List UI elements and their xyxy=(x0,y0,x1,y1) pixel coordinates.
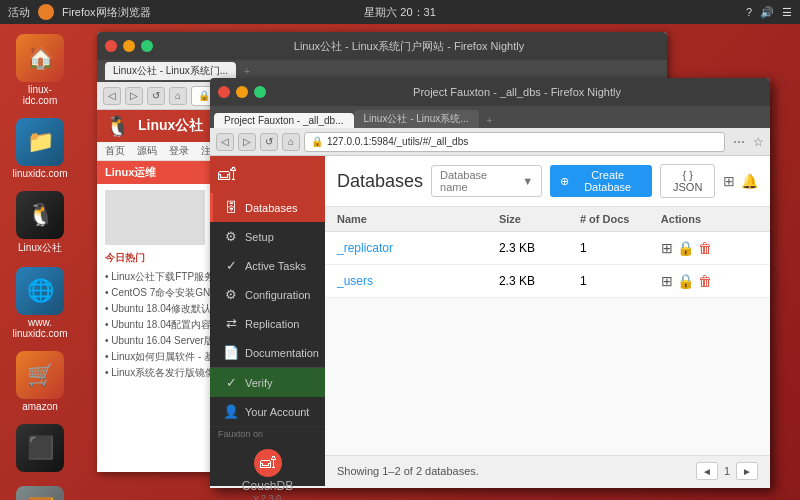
nav-home[interactable]: 首页 xyxy=(105,144,125,158)
sidebar-item-databases[interactable]: 🗄 Databases xyxy=(210,193,325,222)
fg-more-btn[interactable]: ⋯ xyxy=(729,135,749,149)
browser-bg-titlebar: Linux公社 - Linux系统门户网站 - Firefox Nightly xyxy=(97,32,667,60)
lock-btn-replicator[interactable]: 🔒 xyxy=(677,240,694,256)
couchdb-name: CouchDB xyxy=(218,479,317,493)
taskbar-menu[interactable]: ☰ xyxy=(782,6,792,19)
fg-reload-btn[interactable]: ↺ xyxy=(260,133,278,151)
desktop-icon-home[interactable]: 🏠 linux-idc.com xyxy=(4,30,76,110)
col-docs: # of Docs xyxy=(580,213,661,225)
browser-fg-window: Project Fauxton - _all_dbs - Firefox Nig… xyxy=(210,78,770,488)
delete-btn-users[interactable]: 🗑 xyxy=(698,273,712,289)
terminal-icon: ⬛ xyxy=(16,424,64,472)
folder-icon: 📁 xyxy=(16,118,64,166)
taskbar-right: ? 🔊 ☰ xyxy=(746,6,800,19)
desktop-icon-folder[interactable]: 📁 linuxidc.com xyxy=(4,114,76,183)
create-db-button[interactable]: ⊕ Create Database xyxy=(550,165,652,197)
docs-icon: 📄 xyxy=(223,345,239,360)
www-icon-label: www.linuxidc.com xyxy=(12,317,67,339)
png-icon: 🖼️ xyxy=(16,486,64,500)
page-next-btn[interactable]: ► xyxy=(736,462,758,480)
db-actions-replicator: ⊞ 🔒 🗑 xyxy=(661,240,758,256)
sidebar-item-setup[interactable]: ⚙ Setup xyxy=(210,222,325,251)
replication-icon: ⇄ xyxy=(223,316,239,331)
sidebar-item-active-tasks[interactable]: ✓ Active Tasks xyxy=(210,251,325,280)
desktop-icon-terminal[interactable]: ⬛ xyxy=(4,420,76,478)
json-btn-label: { } JSON xyxy=(673,169,702,193)
page-prev-btn[interactable]: ◄ xyxy=(696,462,718,480)
db-name-dropdown[interactable]: Database name ▼ xyxy=(431,165,542,197)
bg-tab-add[interactable]: + xyxy=(244,66,250,77)
sidebar-replication-label: Replication xyxy=(245,318,299,330)
folder-icon-label: linuxidc.com xyxy=(12,168,67,179)
bg-home-btn[interactable]: ⌂ xyxy=(169,87,187,105)
fg-close-btn[interactable] xyxy=(218,86,230,98)
fg-fwd-btn[interactable]: ▷ xyxy=(238,133,256,151)
columns-icon[interactable]: ⊞ xyxy=(723,173,735,189)
couchdb-logo-icon: 🛋 xyxy=(218,164,236,185)
db-docs-replicator: 1 xyxy=(580,241,661,255)
delete-btn-replicator[interactable]: 🗑 xyxy=(698,240,712,256)
create-db-label: Create Database xyxy=(573,169,642,193)
bell-icon[interactable]: 🔔 xyxy=(741,173,758,189)
www-icon: 🌐 xyxy=(16,267,64,315)
couchdb-main: Databases Database name ▼ ⊕ Create Datab… xyxy=(325,156,770,486)
bg-min-btn[interactable] xyxy=(123,40,135,52)
fg-min-btn[interactable] xyxy=(236,86,248,98)
db-link-users[interactable]: _users xyxy=(337,274,373,288)
desktop-icon-www[interactable]: 🌐 www.linuxidc.com xyxy=(4,263,76,343)
desktop-icons: 🏠 linux-idc.com 📁 linuxidc.com 🐧 Linux公社… xyxy=(4,30,76,500)
tab-linuxdc[interactable]: Linux公社 - Linux系统... xyxy=(354,110,479,128)
sidebar-item-replication[interactable]: ⇄ Replication xyxy=(210,309,325,338)
linux-logo-icon: 🐧 xyxy=(105,114,130,138)
sidebar-setup-label: Setup xyxy=(245,231,274,243)
sidebar-item-documentation[interactable]: 📄 Documentation xyxy=(210,338,325,367)
col-size: Size xyxy=(499,213,580,225)
taskbar-volume[interactable]: 🔊 xyxy=(760,6,774,19)
sidebar-item-verify[interactable]: ✓ Verify xyxy=(210,368,325,397)
expand-btn-replicator[interactable]: ⊞ xyxy=(661,240,673,256)
fg-max-btn[interactable] xyxy=(254,86,266,98)
nav-source[interactable]: 源码 xyxy=(137,144,157,158)
couchdb-brand: 🛋 CouchDB v 2.3.0 xyxy=(210,441,325,500)
tab-add-btn[interactable]: + xyxy=(481,113,499,128)
lock-btn-users[interactable]: 🔒 xyxy=(677,273,694,289)
desktop-icon-linux[interactable]: 🐧 Linux公社 xyxy=(4,187,76,259)
sidebar-docs-label: Documentation xyxy=(245,347,319,359)
verify-icon: ✓ xyxy=(223,375,239,390)
sidebar-item-your-account[interactable]: 👤 Your Account xyxy=(210,397,325,426)
activities-label[interactable]: 活动 xyxy=(8,5,30,20)
db-size-replicator: 2.3 KB xyxy=(499,241,580,255)
fg-back-btn[interactable]: ◁ xyxy=(216,133,234,151)
databases-icon: 🗄 xyxy=(223,200,239,215)
bg-reload-btn[interactable]: ↺ xyxy=(147,87,165,105)
taskbar-top: 活动 Firefox网络浏览器 星期六 20：31 ? 🔊 ☰ xyxy=(0,0,800,24)
firefox-taskbar-icon[interactable] xyxy=(38,4,54,20)
amazon-icon: 🛒 xyxy=(16,351,64,399)
browser-tab-bar: Project Fauxton - _all_db... Linux公社 - L… xyxy=(210,106,770,128)
tab-fauxton[interactable]: Project Fauxton - _all_db... xyxy=(214,113,354,128)
couchdb-footer: Showing 1–2 of 2 databases. ◄ 1 ► xyxy=(325,455,770,486)
browser-taskbar-label[interactable]: Firefox网络浏览器 xyxy=(62,5,151,20)
nav-login[interactable]: 登录 xyxy=(169,144,189,158)
json-button[interactable]: { } JSON xyxy=(660,164,715,198)
col-name: Name xyxy=(337,213,499,225)
sidebar-item-configuration[interactable]: ⚙ Configuration xyxy=(210,280,325,309)
fg-home-btn[interactable]: ⌂ xyxy=(282,133,300,151)
bg-max-btn[interactable] xyxy=(141,40,153,52)
db-actions-users: ⊞ 🔒 🗑 xyxy=(661,273,758,289)
desktop: 活动 Firefox网络浏览器 星期六 20：31 ? 🔊 ☰ 🏠 linux-… xyxy=(0,0,800,500)
fg-bookmark-btn[interactable]: ☆ xyxy=(753,135,764,149)
taskbar-help[interactable]: ? xyxy=(746,6,752,18)
desktop-icon-png[interactable]: 🖼️ linuxidc.com.png xyxy=(4,482,76,500)
db-link-replicator[interactable]: _replicator xyxy=(337,241,393,255)
sidebar-bottom: ✓ Verify 👤 Your Account Fauxton on 🛋 Cou… xyxy=(210,367,325,500)
fg-url-bar[interactable]: 🔒 127.0.0.1:5984/_utils/#/_all_dbs xyxy=(304,132,725,152)
fg-toolbar: ◁ ▷ ↺ ⌂ 🔒 127.0.0.1:5984/_utils/#/_all_d… xyxy=(210,128,770,156)
dropdown-chevron-icon: ▼ xyxy=(522,175,533,187)
desktop-icon-amazon[interactable]: 🛒 amazon xyxy=(4,347,76,416)
expand-btn-users[interactable]: ⊞ xyxy=(661,273,673,289)
bg-close-btn[interactable] xyxy=(105,40,117,52)
bg-back-btn[interactable]: ◁ xyxy=(103,87,121,105)
bg-fwd-btn[interactable]: ▷ xyxy=(125,87,143,105)
db-name-placeholder: Database name xyxy=(440,169,502,193)
